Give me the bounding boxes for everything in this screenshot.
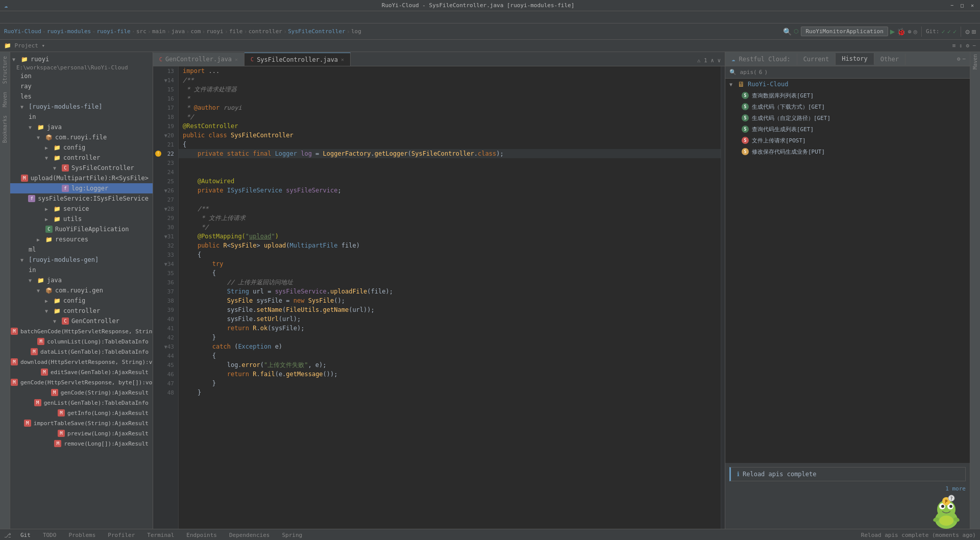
api-root[interactable]: ▼ 🖥 RuoYi-Cloud [725, 79, 970, 90]
api-item-0[interactable]: S 查询数据库列列表[GET] [725, 90, 970, 101]
module-name[interactable]: ruoyi-modules [47, 28, 91, 35]
maven-label[interactable]: Maven [1, 88, 9, 111]
structure-label[interactable]: Structure [1, 52, 9, 88]
more-link[interactable]: 1 more [725, 485, 970, 494]
right-tab-other[interactable]: Other [874, 54, 905, 65]
tree-gen-config[interactable]: ▶ 📁 config [10, 296, 153, 306]
tab-close[interactable]: ✕ [235, 57, 238, 62]
tree-ruoyi-app[interactable]: C RuoYiFileApplication [10, 224, 153, 234]
tree-controller-folder[interactable]: ▼ 📁 controller [10, 153, 153, 163]
run-button[interactable]: ▶ [890, 27, 895, 36]
tree-modules-gen[interactable]: ▼ [ruoyi-modules-gen] [10, 255, 153, 265]
run-config-select[interactable]: RuoYiMonitorApplication [801, 27, 888, 36]
profile-button[interactable]: ◎ [914, 28, 917, 35]
tree-java[interactable]: ▼ 📁 java [10, 122, 153, 132]
tree-config[interactable]: ▶ 📁 config [10, 142, 153, 153]
tree-utils[interactable]: ▶ 📁 utils [10, 214, 153, 224]
settings-icon[interactable]: ⚙ [957, 56, 961, 62]
api-item-1[interactable]: S 生成代码（下载方式）[GET] [725, 101, 970, 112]
bottom-tab-endpoints[interactable]: Endpoints [181, 531, 222, 539]
tree-getinfo[interactable]: M getInfo(Long):AjaxResult [10, 408, 153, 418]
tab-gencontroller[interactable]: C GenController.java ✕ [153, 53, 244, 66]
tree-resources[interactable]: ▶ 📁 resources [10, 234, 153, 244]
root-label: ruoyi [31, 56, 49, 63]
api-item-2[interactable]: S 生成代码（自定义路径）[GET] [725, 112, 970, 124]
api-item-5[interactable]: S 修改保存代码生成业务[PUT] [725, 146, 970, 157]
info-icon: ℹ [737, 471, 740, 478]
maximize-button[interactable]: □ [959, 2, 966, 9]
tree-preview[interactable]: M preview(Long):AjaxResult [10, 428, 153, 438]
tab-sysfilecontroller[interactable]: C SysFileController.java ✕ [244, 53, 351, 66]
right-tab-history[interactable]: History [836, 53, 874, 65]
tab-close2[interactable]: ✕ [341, 57, 344, 62]
bottom-tab-todo[interactable]: TODO [38, 531, 62, 539]
tree-root[interactable]: ▼ 📁 ruoyi [10, 54, 153, 64]
bookmarks-label[interactable]: Bookmarks [1, 111, 9, 147]
bottom-tab-terminal[interactable]: Terminal [142, 531, 179, 539]
tree-log-field[interactable]: f log:Logger [10, 183, 153, 193]
maven-right-label[interactable]: Maven [971, 52, 979, 71]
bottom-tab-problems[interactable]: Problems [63, 531, 101, 539]
gutter-47: 47 [153, 379, 178, 388]
layout-icon[interactable]: ⊞ [972, 28, 976, 36]
bottom-tab-profiler[interactable]: Profiler [103, 531, 140, 539]
right-tab-restful[interactable]: ☁ Restful Cloud: [725, 54, 797, 65]
tree-item-les[interactable]: les [10, 91, 153, 102]
api-item-4[interactable]: S 文件上传请求[POST] [725, 135, 970, 146]
tree-item-ray[interactable]: ray [10, 81, 153, 91]
close-button[interactable]: ✕ [969, 2, 976, 9]
tree-modules-file[interactable]: ▼ [ruoyi-modules-file] [10, 102, 153, 112]
tree-upload-method[interactable]: M upload(MultipartFile):R<SysFile> [10, 173, 153, 183]
settings-icon[interactable]: ⚙ [965, 28, 969, 36]
tree-com-ruoyi-file[interactable]: ▼ 📦 com.ruoyi.file [10, 132, 153, 142]
code-line-23 [179, 158, 721, 167]
m5-icon: M [40, 368, 48, 376]
tree-sysfile-service[interactable]: f sysFileService:ISysFileService [10, 193, 153, 204]
api-item-3[interactable]: S 查询代码生成列表[GET] [725, 124, 970, 135]
tree-datalist[interactable]: M dataList(GenTable):TableDataInfo [10, 347, 153, 357]
gutter-17: 17 [153, 103, 178, 112]
tree-service[interactable]: ▶ 📁 service [10, 204, 153, 214]
code-line-44: { [179, 351, 721, 360]
search-icon[interactable]: 🔍 [783, 28, 792, 36]
tree-ml[interactable]: ml [10, 244, 153, 255]
class-part[interactable]: SysFileController [288, 28, 346, 35]
tree-item-ion[interactable]: ion [10, 71, 153, 81]
tree-com-ruoyi-gen[interactable]: ▼ 📦 com.ruoyi.gen [10, 285, 153, 296]
tree-in2[interactable]: in [10, 265, 153, 275]
tree-gencode2[interactable]: M genCode(String):AjaxResult [10, 387, 153, 398]
get-badge3: S [742, 114, 749, 121]
code-line-42: } [179, 333, 721, 342]
tree-collist[interactable]: M columnList(Long):TableDataInfo [10, 336, 153, 347]
tree-genlist[interactable]: M genList(GenTable):TableDataInfo [10, 398, 153, 408]
tree-batch[interactable]: M batchGenCode(HttpServletResponse, Stri… [10, 326, 153, 336]
tree-remove[interactable]: M remove(Long[]):AjaxResult [10, 438, 153, 449]
tree-editsave[interactable]: M editSave(GenTable):AjaxResult [10, 367, 153, 377]
tree-gencode1[interactable]: M genCode(HttpServletResponse, byte[]):v… [10, 377, 153, 387]
bottom-tab-git[interactable]: Git [15, 531, 36, 539]
code-area[interactable]: import ... /** * 文件请求处理器 * * @author ruo… [179, 66, 721, 529]
project-breadcrumb[interactable]: 📁 Project ▾ [4, 42, 45, 49]
code-line-16: * [179, 94, 721, 103]
tab-icon2: C [251, 57, 254, 62]
bottom-tab-spring[interactable]: Spring [277, 531, 307, 539]
tree-import[interactable]: M importTableSave(String):AjaxResult [10, 418, 153, 428]
minimize-button[interactable]: − [948, 2, 955, 9]
tree-gen-controller[interactable]: ▼ 📁 controller [10, 306, 153, 316]
title-bar-controls[interactable]: − □ ✕ [948, 2, 976, 9]
tree-sys-file-controller[interactable]: ▼ C SysFileController [10, 163, 153, 173]
tree-gen-controller-class[interactable]: ▼ C GenController [10, 316, 153, 326]
tree-java2[interactable]: ▼ 📁 java [10, 275, 153, 285]
coverage-button[interactable]: ⊕ [908, 28, 911, 35]
minus-icon[interactable]: − [962, 56, 966, 62]
code-line-15: * 文件请求处理器 [179, 85, 721, 94]
bottom-tab-dependencies[interactable]: Dependencies [224, 531, 275, 539]
tree-download[interactable]: M download(HttpServletResponse, String):… [10, 357, 153, 367]
project-name[interactable]: RuoYi-Cloud [4, 28, 41, 35]
debug-button[interactable]: 🐞 [897, 28, 905, 36]
right-tab-current[interactable]: Current [797, 54, 836, 65]
submodule-name[interactable]: ruoyi-file [96, 28, 130, 35]
code-line-34: try [179, 259, 721, 268]
tree-in[interactable]: in [10, 112, 153, 122]
restful-icon: ☁ [731, 56, 735, 63]
